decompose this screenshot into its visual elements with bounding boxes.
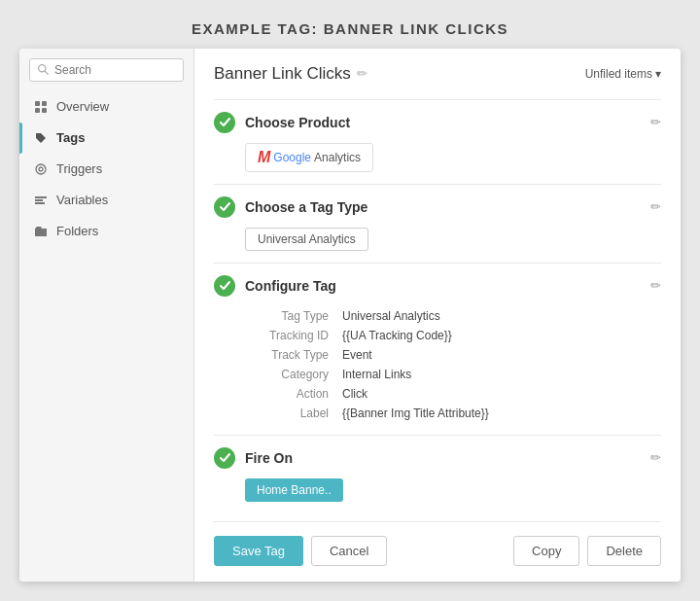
section-title-fireon: Fire On (245, 450, 293, 466)
sidebar-tags-label: Tags (56, 130, 85, 145)
main-content: Banner Link Clicks ✏ Unfiled items ▾ Cho… (194, 49, 681, 582)
edit-icon-fireon[interactable]: ✏ (650, 450, 661, 465)
folders-icon (33, 224, 49, 239)
tag-name-edit-icon[interactable]: ✏ (357, 66, 368, 81)
ga-google-text: Google (273, 151, 311, 164)
section-title-product: Choose Product (245, 115, 350, 130)
sidebar-variables-label: Variables (56, 193, 108, 207)
triggers-icon (33, 161, 49, 177)
config-value: Universal Analytics (342, 309, 440, 323)
search-input[interactable] (54, 63, 176, 77)
variables-icon (33, 193, 49, 208)
section-fire-on: Fire On ✏ Home Banne.. (214, 435, 661, 517)
config-label: Action (245, 387, 342, 401)
save-tag-button[interactable]: Save Tag (214, 536, 303, 566)
search-icon (37, 63, 50, 76)
config-label: Track Type (245, 348, 342, 362)
section-choose-tag-type: Choose a Tag Type ✏ Universal Analytics (214, 184, 661, 263)
ga-logo: M Google Analytics (258, 149, 361, 166)
unfiled-chevron-icon: ▾ (655, 67, 661, 81)
tag-title: Banner Link Clicks ✏ (214, 64, 368, 84)
svg-rect-4 (35, 108, 40, 113)
svg-point-7 (39, 167, 43, 171)
btn-right-group: Copy Delete (513, 536, 661, 566)
tag-type-badge: Universal Analytics (245, 228, 368, 251)
config-value: Click (342, 387, 368, 401)
fire-on-badge[interactable]: Home Banne.. (245, 478, 343, 502)
check-circle-configure (214, 275, 235, 297)
delete-button[interactable]: Delete (587, 536, 661, 566)
check-circle-fireon (214, 447, 235, 469)
section-left-2: Choose a Tag Type (214, 196, 368, 218)
config-value: {{UA Tracking Code}} (342, 329, 452, 342)
section-configure-tag: Configure Tag ✏ Tag TypeUniversal Analyt… (214, 263, 661, 435)
svg-rect-10 (35, 202, 45, 204)
copy-button[interactable]: Copy (513, 536, 579, 566)
ga-analytics-text: Analytics (314, 151, 361, 164)
section-choose-tag-header: Choose a Tag Type ✏ (214, 196, 661, 218)
section-fire-on-header: Fire On ✏ (214, 447, 661, 469)
bottom-bar: Save Tag Cancel Copy Delete (214, 521, 661, 566)
edit-icon-configure[interactable]: ✏ (650, 278, 661, 293)
config-row: CategoryInternal Links (245, 365, 661, 384)
svg-point-6 (36, 164, 46, 174)
section-title-configure: Configure Tag (245, 278, 336, 294)
section-left: Choose Product (214, 112, 350, 133)
config-label: Tag Type (245, 309, 342, 323)
config-label: Tracking ID (245, 329, 342, 342)
svg-rect-9 (35, 199, 43, 201)
sidebar-folders-label: Folders (56, 224, 98, 238)
unfiled-label: Unfiled items (585, 67, 652, 81)
sidebar-item-overview[interactable]: Overview (19, 91, 193, 123)
header-row: Banner Link Clicks ✏ Unfiled items ▾ (214, 64, 661, 84)
config-row: Label{{Banner Img Title Attribute}} (245, 404, 661, 423)
tags-icon (33, 130, 49, 146)
sidebar-overview-label: Overview (56, 99, 109, 114)
config-value: {{Banner Img Title Attribute}} (342, 407, 489, 420)
search-box[interactable] (29, 58, 184, 82)
svg-rect-3 (42, 101, 47, 106)
section-configure-header: Configure Tag ✏ (214, 275, 661, 297)
sidebar-item-triggers[interactable]: Triggers (19, 154, 193, 185)
sidebar: Overview Tags Triggers Variables (19, 49, 194, 582)
config-value: Internal Links (342, 368, 411, 381)
config-value: Event (342, 348, 372, 362)
config-row: Track TypeEvent (245, 345, 661, 365)
section-choose-product: Choose Product ✏ M Google Analytics (214, 99, 661, 184)
page-title: EXAMPLE TAG: BANNER LINK CLICKS (19, 20, 681, 37)
check-circle-product (214, 112, 235, 133)
overview-icon (33, 99, 49, 115)
config-row: ActionClick (245, 384, 661, 404)
config-row: Tracking ID{{UA Tracking Code}} (245, 326, 661, 345)
product-badge: M Google Analytics (245, 143, 373, 172)
config-row: Tag TypeUniversal Analytics (245, 306, 661, 326)
section-choose-product-header: Choose Product ✏ (214, 112, 661, 133)
section-left-4: Fire On (214, 447, 293, 469)
tag-name-text: Banner Link Clicks (214, 64, 351, 84)
sidebar-item-folders[interactable]: Folders (19, 216, 193, 247)
svg-line-1 (45, 71, 48, 74)
cancel-button[interactable]: Cancel (311, 536, 387, 566)
config-table: Tag TypeUniversal AnalyticsTracking ID{{… (245, 306, 661, 423)
edit-icon-product[interactable]: ✏ (650, 115, 661, 129)
edit-icon-tagtype[interactable]: ✏ (650, 199, 661, 214)
unfiled-button[interactable]: Unfiled items ▾ (585, 67, 661, 81)
config-label: Label (245, 407, 342, 420)
sidebar-item-variables[interactable]: Variables (19, 185, 193, 216)
sidebar-item-tags[interactable]: Tags (19, 123, 193, 154)
config-label: Category (245, 368, 342, 381)
sidebar-triggers-label: Triggers (56, 161, 102, 176)
svg-rect-8 (35, 196, 47, 198)
section-title-tagtype: Choose a Tag Type (245, 199, 368, 215)
ga-m-letter: M (258, 149, 270, 166)
btn-left-group: Save Tag Cancel (214, 536, 387, 566)
svg-rect-2 (35, 101, 40, 106)
svg-rect-5 (42, 108, 47, 113)
check-circle-tagtype (214, 196, 235, 218)
section-left-3: Configure Tag (214, 275, 336, 297)
